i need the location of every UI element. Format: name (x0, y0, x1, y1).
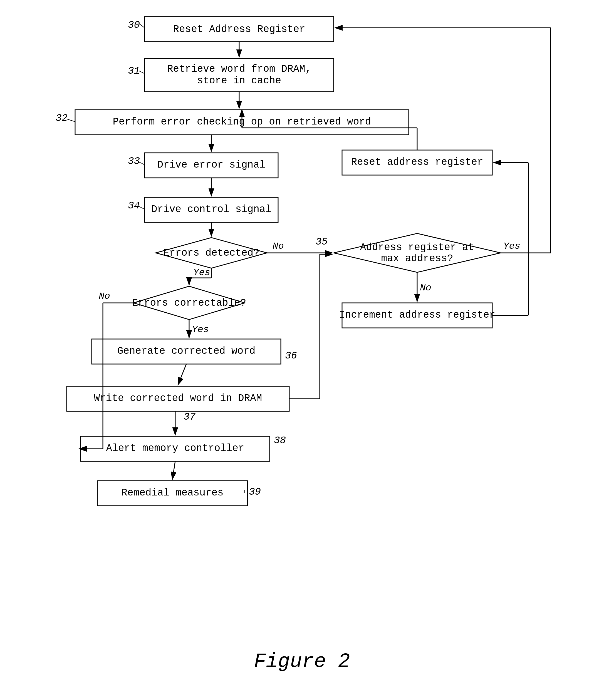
diagram-container: text { font-family: 'Courier New', Couri… (0, 0, 604, 700)
arrow-38-39 (172, 461, 175, 479)
node-38-label: Alert memory controller (106, 443, 244, 454)
ref-38: 38 (274, 435, 286, 446)
arrow-36-37 (178, 364, 186, 385)
ref-30: 30 (128, 20, 140, 31)
increment-addr-label: Increment address register (339, 309, 495, 321)
reset-addr-label: Reset address register (351, 156, 483, 168)
errors-detected-label: Errors detected? (163, 247, 260, 259)
node-34-label: Drive control signal (151, 204, 271, 215)
node-31-label-1: Retrieve word from DRAM, (167, 64, 311, 75)
node-37-label: Write corrected word in DRAM (94, 393, 262, 404)
yes-label-corr: Yes (192, 324, 209, 335)
ref-32: 32 (56, 112, 68, 124)
no-label-addrmax: No (420, 283, 431, 293)
node-39-label: Remedial measures (121, 487, 223, 499)
ref-39: 39 (249, 486, 261, 498)
yes-label-errdet: Yes (193, 267, 210, 278)
ref-37: 37 (184, 411, 196, 423)
addr-max-label-2: max address? (381, 253, 453, 264)
no-label-corr: No (99, 291, 110, 301)
ref-35: 35 (316, 236, 328, 248)
ref-36: 36 (285, 350, 297, 361)
node-36-label: Generate corrected word (117, 345, 256, 357)
ref-31: 31 (128, 65, 140, 77)
node-33-label: Drive error signal (158, 159, 266, 171)
yes-label-addrmax: Yes (503, 241, 520, 251)
ref-34: 34 (128, 200, 140, 211)
node-31-label-2: store in cache (197, 75, 281, 86)
ref-33: 33 (128, 156, 140, 167)
errors-correctable-label: Errors correctable? (132, 297, 246, 309)
addr-max-label-1: Address register at (360, 242, 474, 253)
figure-label: Figure 2 (254, 650, 350, 673)
svg-line-3 (67, 119, 75, 122)
node-30-label: Reset Address Register (173, 24, 305, 35)
no-label-errdet: No (272, 241, 284, 251)
